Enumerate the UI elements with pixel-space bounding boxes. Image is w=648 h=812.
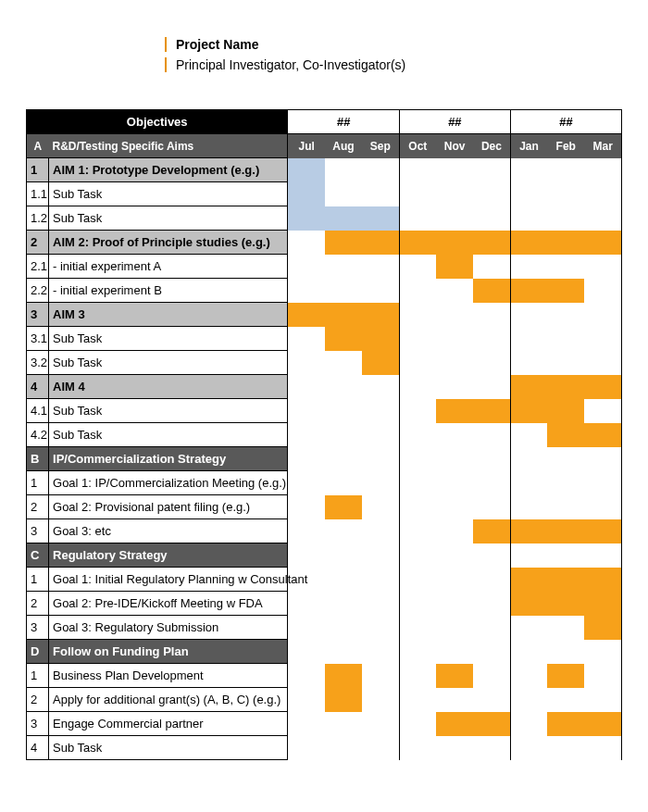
gantt-cell	[325, 664, 362, 688]
gantt-cell	[547, 616, 584, 640]
table-row: 1Goal 1: IP/Commercialization Meeting (e…	[27, 471, 622, 495]
section-id: D	[27, 640, 49, 664]
task-id: 1	[27, 471, 49, 495]
gantt-cell	[547, 206, 584, 231]
gantt-cell	[288, 351, 325, 375]
gantt-cell	[547, 231, 584, 255]
task-id: 2	[27, 688, 49, 712]
gantt-cell	[584, 423, 621, 447]
gantt-cell	[510, 616, 547, 640]
gantt-cell	[510, 327, 547, 351]
gantt-cell	[362, 182, 399, 206]
table-row: 1AIM 1: Prototype Development (e.g.)	[27, 158, 622, 182]
section-label: Regulatory Strategy	[49, 543, 288, 568]
gantt-cell	[362, 568, 399, 592]
gantt-cell	[584, 640, 621, 664]
section-id: C	[27, 543, 49, 568]
month-header: Aug	[325, 134, 362, 158]
gantt-cell	[547, 447, 584, 471]
gantt-cell	[436, 303, 473, 327]
task-id: 1	[27, 664, 49, 688]
gantt-cell	[584, 543, 621, 568]
gantt-cell	[473, 231, 510, 255]
gantt-cell	[510, 351, 547, 375]
gantt-cell	[473, 592, 510, 616]
section-label: R&D/Testing Specific Aims	[49, 134, 288, 158]
gantt-cell	[325, 327, 362, 351]
gantt-cell	[436, 423, 473, 447]
gantt-cell	[436, 327, 473, 351]
header-group-row: Objectives ## ## ##	[27, 110, 622, 134]
page: Project Name Principal Investigator, Co-…	[0, 0, 648, 812]
gantt-cell	[288, 495, 325, 519]
gantt-cell	[510, 182, 547, 206]
gantt-cell	[547, 640, 584, 664]
gantt-cell	[325, 519, 362, 543]
gantt-cell	[362, 688, 399, 712]
gantt-cell	[584, 519, 621, 543]
gantt-cell	[436, 447, 473, 471]
gantt-cell	[362, 592, 399, 616]
task-label: Goal 3: Regulatory Submission	[49, 616, 288, 640]
tick-icon	[165, 57, 172, 72]
table-row: 2AIM 2: Proof of Principle studies (e.g.…	[27, 231, 622, 255]
table-row: 1.2Sub Task	[27, 206, 622, 231]
gantt-cell	[584, 736, 621, 760]
gantt-cell	[547, 736, 584, 760]
project-name: Project Name	[176, 37, 258, 52]
gantt-cell	[436, 375, 473, 399]
gantt-cell	[547, 303, 584, 327]
gantt-cell	[584, 712, 621, 736]
gantt-cell	[325, 736, 362, 760]
gantt-cell	[547, 375, 584, 399]
gantt-cell	[510, 206, 547, 231]
gantt-cell	[362, 640, 399, 664]
section-label: IP/Commercialization Strategy	[49, 447, 288, 471]
gantt-cell	[288, 664, 325, 688]
gantt-cell	[399, 423, 436, 447]
gantt-cell	[288, 206, 325, 231]
gantt-cell	[473, 375, 510, 399]
gantt-cell	[362, 423, 399, 447]
gantt-cell	[547, 327, 584, 351]
gantt-cell	[399, 640, 436, 664]
gantt-cell	[584, 471, 621, 495]
gantt-cell	[547, 255, 584, 279]
gantt-cell	[547, 158, 584, 182]
task-id: 1	[27, 568, 49, 592]
gantt-cell	[473, 471, 510, 495]
gantt-cell	[325, 303, 362, 327]
task-label: Sub Task	[49, 423, 288, 447]
table-row: 2Apply for additional grant(s) (A, B, C)…	[27, 688, 622, 712]
table-row: 1.1Sub Task	[27, 182, 622, 206]
gantt-cell	[473, 495, 510, 519]
gantt-cell	[436, 543, 473, 568]
gantt-cell	[288, 688, 325, 712]
gantt-cell	[399, 158, 436, 182]
gantt-cell	[547, 495, 584, 519]
gantt-cell	[399, 279, 436, 303]
gantt-cell	[399, 519, 436, 543]
gantt-cell	[473, 688, 510, 712]
table-row: DFollow on Funding Plan	[27, 640, 622, 664]
task-id: 4.2	[27, 423, 49, 447]
gantt-cell	[473, 303, 510, 327]
gantt-cell	[510, 568, 547, 592]
gantt-cell	[510, 279, 547, 303]
gantt-cell	[436, 664, 473, 688]
gantt-cell	[399, 543, 436, 568]
gantt-cell	[325, 351, 362, 375]
task-label: Goal 2: Pre-IDE/Kickoff Meeting w FDA	[49, 592, 288, 616]
gantt-cell	[584, 592, 621, 616]
task-id: 1.2	[27, 206, 49, 231]
table-row: 4Sub Task	[27, 736, 622, 760]
task-id: 2.2	[27, 279, 49, 303]
gantt-cell	[399, 495, 436, 519]
gantt-cell	[325, 712, 362, 736]
gantt-cell	[436, 471, 473, 495]
gantt-cell	[547, 399, 584, 423]
gantt-cell	[584, 568, 621, 592]
table-row: 3.2Sub Task	[27, 351, 622, 375]
gantt-cell	[436, 688, 473, 712]
task-label: Sub Task	[49, 182, 288, 206]
